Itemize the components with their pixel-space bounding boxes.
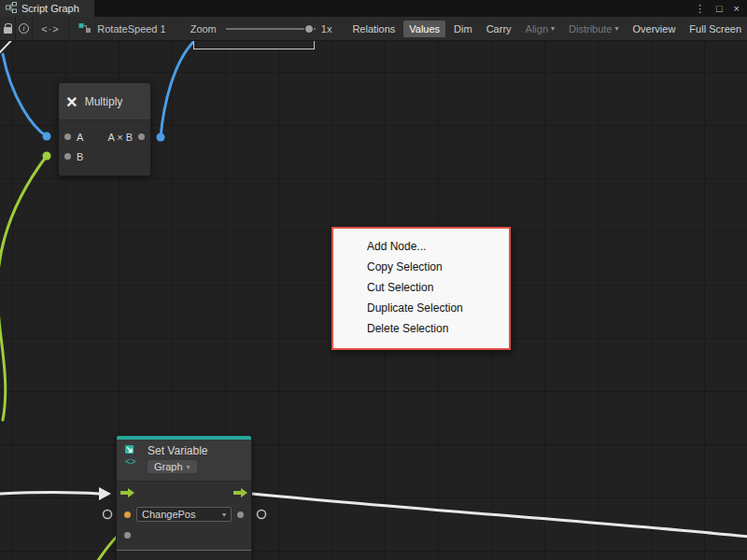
flow-in-port[interactable] bbox=[120, 488, 134, 499]
ring-port[interactable] bbox=[258, 511, 266, 519]
variable-name-port[interactable] bbox=[124, 511, 131, 518]
info-icon[interactable]: i bbox=[16, 17, 31, 40]
zoom-label: Zoom bbox=[190, 23, 217, 35]
multiply-node-title: Multiply bbox=[85, 95, 123, 108]
set-variable-title: Set Variable bbox=[148, 444, 207, 457]
tab-script-graph[interactable]: Script Graph bbox=[0, 0, 94, 17]
set-variable-header[interactable]: <> Set Variable Graph ▾ bbox=[117, 440, 251, 482]
wire-white-flow-out[interactable] bbox=[252, 494, 747, 537]
close-icon[interactable]: × bbox=[734, 3, 740, 14]
chevron-down-icon: ▾ bbox=[222, 511, 226, 519]
menu-item-delete-selection[interactable]: Delete Selection bbox=[333, 318, 509, 339]
multiply-node-body: A A × B B bbox=[59, 120, 150, 175]
chevron-down-icon: ▾ bbox=[615, 24, 619, 33]
menu-item-duplicate-selection[interactable]: Duplicate Selection bbox=[333, 298, 509, 318]
graph-asset-icon bbox=[78, 22, 92, 35]
menu-item-cut-selection[interactable]: Cut Selection bbox=[333, 277, 509, 298]
set-variable-head-text: Set Variable Graph ▾ bbox=[148, 444, 207, 473]
wire-green-bottom[interactable] bbox=[97, 536, 118, 560]
flow-arrowhead-icon bbox=[99, 487, 111, 500]
multiply-icon: × bbox=[66, 92, 78, 111]
variable-dropdown[interactable]: ChangePos ▾ bbox=[136, 507, 232, 522]
overview-button[interactable]: Overview bbox=[627, 21, 682, 37]
value-out-port[interactable] bbox=[237, 511, 244, 518]
menu-item-copy-selection[interactable]: Copy Selection bbox=[333, 257, 509, 277]
zoom-value: 1x bbox=[321, 23, 332, 35]
window-controls: ⋮ □ × bbox=[695, 0, 747, 17]
window-menu-icon[interactable]: ⋮ bbox=[695, 3, 705, 15]
wire-green-left[interactable] bbox=[0, 156, 47, 420]
distribute-label: Distribute bbox=[569, 23, 612, 35]
titlebar: Script Graph ⋮ □ × bbox=[0, 0, 747, 17]
value-port-row bbox=[117, 525, 251, 545]
port-label-b: B bbox=[77, 151, 83, 162]
align-button[interactable]: Align ▾ bbox=[520, 21, 560, 37]
blue-port-dot[interactable] bbox=[157, 133, 165, 142]
blue-port-dot[interactable] bbox=[43, 133, 51, 141]
relations-button[interactable]: Relations bbox=[346, 21, 401, 37]
chevron-down-icon: ▾ bbox=[187, 463, 190, 471]
graph-name: RotateSpeed 1 bbox=[97, 23, 165, 35]
fullscreen-button[interactable]: Full Screen bbox=[684, 21, 747, 37]
lock-icon[interactable] bbox=[0, 17, 15, 40]
multiply-node-header[interactable]: × Multiply bbox=[59, 83, 150, 120]
align-label: Align bbox=[526, 23, 548, 35]
chevron-down-icon: ▾ bbox=[551, 24, 555, 33]
script-graph-icon bbox=[6, 2, 17, 15]
toolbar-buttons: Relations Values Dim Carry Align ▾ Distr… bbox=[346, 21, 747, 37]
port-label-a: A bbox=[77, 132, 83, 143]
zoom-track bbox=[226, 28, 316, 30]
port-row: B bbox=[59, 147, 150, 166]
port-label-out: A × B bbox=[107, 132, 133, 143]
code-angle-icon: <> bbox=[125, 456, 136, 467]
green-port-dot[interactable] bbox=[43, 152, 51, 161]
maximize-icon[interactable]: □ bbox=[716, 3, 723, 14]
variable-row: ChangePos ▾ bbox=[117, 504, 251, 525]
context-menu: Add Node... Copy Selection Cut Selection… bbox=[331, 227, 511, 350]
zoom-knob[interactable] bbox=[304, 24, 314, 34]
code-view-icon[interactable]: <·> bbox=[33, 17, 69, 40]
multiply-node[interactable]: × Multiply A A × B B bbox=[58, 82, 151, 176]
port-row: A A × B bbox=[59, 127, 150, 147]
graph-toolbar: i <·> RotateSpeed 1 Zoom 1x Relations Va… bbox=[0, 17, 747, 41]
wire-white-flow-in[interactable] bbox=[0, 493, 99, 495]
flow-out-port[interactable] bbox=[233, 488, 247, 499]
scope-label: Graph bbox=[154, 461, 183, 472]
set-variable-node[interactable]: <> Set Variable Graph ▾ ChangePos bbox=[116, 435, 252, 560]
input-port-b[interactable] bbox=[64, 153, 71, 160]
lock-glyph bbox=[4, 27, 12, 34]
values-button[interactable]: Values bbox=[403, 21, 445, 37]
input-port-a[interactable] bbox=[64, 133, 71, 140]
wire-blue-top[interactable] bbox=[161, 41, 194, 137]
value-widget[interactable] bbox=[117, 550, 251, 560]
info-glyph: i bbox=[19, 23, 29, 34]
scope-dropdown[interactable]: Graph ▾ bbox=[148, 460, 197, 473]
graph-editor-window: Script Graph ⋮ □ × i <·> RotateSpeed 1 Z… bbox=[0, 0, 747, 560]
set-variable-icon: <> bbox=[124, 444, 141, 473]
dim-button[interactable]: Dim bbox=[448, 21, 478, 37]
tab-title: Script Graph bbox=[21, 3, 79, 14]
menu-item-add-node[interactable]: Add Node... bbox=[333, 236, 509, 257]
distribute-button[interactable]: Distribute ▾ bbox=[563, 21, 624, 37]
flow-port-row bbox=[117, 482, 251, 504]
value-in-port[interactable] bbox=[124, 532, 131, 539]
wire-blue-left[interactable] bbox=[3, 54, 47, 136]
variable-name: ChangePos bbox=[142, 509, 196, 520]
graph-breadcrumb[interactable]: RotateSpeed 1 bbox=[69, 17, 175, 40]
output-port[interactable] bbox=[138, 133, 145, 140]
zoom-slider[interactable] bbox=[226, 24, 316, 34]
ring-port[interactable] bbox=[104, 511, 112, 519]
carry-button[interactable]: Carry bbox=[481, 21, 517, 37]
